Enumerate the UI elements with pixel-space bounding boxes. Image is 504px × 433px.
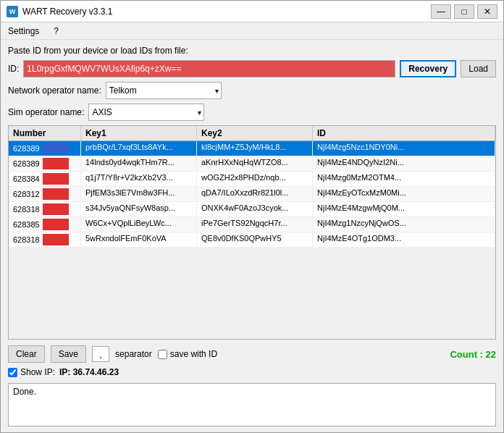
separator-box: , xyxy=(92,346,109,362)
window-controls: — □ ✕ xyxy=(431,4,497,19)
data-table: Number Key1 Key2 ID 628389 prbBQr/L7xqf3… xyxy=(8,125,496,340)
cell-key2: QE8v0DfKS0QPwHY5 xyxy=(197,232,313,247)
table-body[interactable]: 628389 prbBQr/L7xqf3Lts8AYk... kl8cjMM+Z… xyxy=(9,141,495,339)
maximize-button[interactable]: □ xyxy=(454,4,474,19)
log-box: Done. xyxy=(8,383,496,426)
cell-number: 628389 xyxy=(9,156,81,171)
sim-operator-select-wrapper: AXIS Telkomsel Indosat XL Tri xyxy=(88,104,204,121)
table-row[interactable]: 628389 prbBQr/L7xqf3Lts8AYk... kl8cjMM+Z… xyxy=(9,141,495,156)
save-with-id-checkbox[interactable] xyxy=(158,350,167,359)
recovery-button[interactable]: Recovery xyxy=(400,60,456,77)
id-input[interactable] xyxy=(23,60,395,77)
cell-key2: ONXK4wF0AzoJ3cyok... xyxy=(197,202,313,216)
ip-value: IP: 36.74.46.23 xyxy=(59,367,119,377)
window-title: WART Recovery v3.3.1 xyxy=(22,7,431,17)
color-block xyxy=(43,203,69,215)
color-block xyxy=(43,143,69,154)
log-text: Done. xyxy=(13,387,36,397)
color-block xyxy=(43,234,69,245)
cell-id: NjI4MzE4MzgwMjQ0M... xyxy=(313,202,495,216)
table-row[interactable]: 628312 PjfEM3s3lE7Vm8w3FH... qDA7/ILoXxz… xyxy=(9,187,495,202)
network-operator-select[interactable]: Telkom Indosat XL Tri Smartfren xyxy=(106,82,222,99)
clear-button[interactable]: Clear xyxy=(8,345,45,363)
network-operator-select-wrapper: Telkom Indosat XL Tri Smartfren xyxy=(106,82,222,99)
title-bar: W WART Recovery v3.3.1 — □ ✕ xyxy=(1,1,503,22)
table-row[interactable]: 628318 5wRxndolFEmF0KoVA QE8v0DfKS0QPwHY… xyxy=(9,232,495,248)
app-icon: W xyxy=(7,6,18,17)
minimize-button[interactable]: — xyxy=(431,4,451,19)
col-key2-header: Key2 xyxy=(197,126,313,140)
color-block xyxy=(43,219,69,230)
cell-number: 628385 xyxy=(9,217,81,232)
id-label: ID: xyxy=(8,64,19,74)
show-ip-checkbox[interactable] xyxy=(8,368,17,377)
table-row[interactable]: 628389 14lnds0yd4wqkTHm7R... aKnrHXxNqHq… xyxy=(9,156,495,172)
settings-menu[interactable]: Settings xyxy=(5,25,42,38)
help-menu[interactable]: ? xyxy=(51,25,62,38)
cell-id: NjI4Mzg0MzM2OTM4... xyxy=(313,172,495,186)
cell-id: NjI4MzE4OTg1ODM3... xyxy=(313,232,495,247)
cell-id: NjI4MzE4NDQyNzI2Ni... xyxy=(313,156,495,171)
cell-number: 628318 xyxy=(9,232,81,247)
sim-operator-select[interactable]: AXIS Telkomsel Indosat XL Tri xyxy=(88,104,204,121)
cell-key1: PjfEM3s3lE7Vm8w3FH... xyxy=(81,187,197,201)
show-ip-group: Show IP: xyxy=(8,367,55,377)
main-window: W WART Recovery v3.3.1 — □ ✕ Settings ? … xyxy=(0,0,504,433)
table-header: Number Key1 Key2 ID xyxy=(9,126,495,141)
main-content: Paste ID from your device or load IDs fr… xyxy=(1,40,503,432)
col-key1-header: Key1 xyxy=(81,126,197,140)
cell-number: 628312 xyxy=(9,187,81,201)
col-number-header: Number xyxy=(9,126,81,140)
close-button[interactable]: ✕ xyxy=(477,4,497,19)
cell-key2: iPe7GerTS92NgqcH7r... xyxy=(197,217,313,232)
cell-key1: 5wRxndolFEmF0KoVA xyxy=(81,232,197,247)
cell-number: 628318 xyxy=(9,202,81,216)
count-label: Count : 22 xyxy=(450,349,496,360)
table-row[interactable]: 628384 q1j7T/Y8r+V2kzXb2V3... wOGZH2x8PH… xyxy=(9,172,495,187)
cell-key2: aKnrHXxNqHqWTZO8... xyxy=(197,156,313,171)
id-row: ID: Recovery Load xyxy=(8,60,496,77)
save-with-id-group: save with ID xyxy=(158,349,217,359)
network-operator-label: Network operator name: xyxy=(8,85,101,96)
cell-key1: prbBQr/L7xqf3Lts8AYk... xyxy=(81,141,197,156)
load-button[interactable]: Load xyxy=(461,60,496,77)
cell-id: NjI4Mzg1NzcyNjQwOS... xyxy=(313,217,495,232)
cell-key1: q1j7T/Y8r+V2kzXb2V3... xyxy=(81,172,197,186)
menu-bar: Settings ? xyxy=(1,22,503,40)
show-ip-label: Show IP: xyxy=(20,367,55,377)
color-block xyxy=(43,173,69,185)
color-block xyxy=(43,158,69,169)
cell-key1: 14lnds0yd4wqkTHm7R... xyxy=(81,156,197,171)
cell-id: NjI4MzEyOTcxMzM0Mi... xyxy=(313,187,495,201)
cell-key1: W6Cx+VQplLiBeyLWc... xyxy=(81,217,197,232)
cell-key1: s34Jv5yaQNFsyW8asp... xyxy=(81,202,197,216)
cell-key2: wOGZH2x8PHDz/nqb... xyxy=(197,172,313,186)
col-id-header: ID xyxy=(313,126,495,140)
cell-key2: qDA7/ILoXxzdRr821l0l... xyxy=(197,187,313,201)
color-block xyxy=(43,188,69,200)
save-with-id-label: save with ID xyxy=(170,349,217,359)
table-row[interactable]: 628318 s34Jv5yaQNFsyW8asp... ONXK4wF0Azo… xyxy=(9,202,495,217)
cell-key2: kl8cjMM+Z5JyM/HkL8... xyxy=(197,141,313,156)
sim-operator-row: Sim operator name: AXIS Telkomsel Indosa… xyxy=(8,104,496,121)
id-section-label: Paste ID from your device or load IDs fr… xyxy=(8,46,496,56)
sim-operator-label: Sim operator name: xyxy=(8,107,84,117)
network-operator-row: Network operator name: Telkom Indosat XL… xyxy=(8,82,496,99)
separator-label: separator xyxy=(115,349,152,359)
ip-row: Show IP: IP: 36.74.46.23 xyxy=(8,367,496,377)
table-row[interactable]: 628385 W6Cx+VQplLiBeyLWc... iPe7GerTS92N… xyxy=(9,217,495,232)
cell-id: NjI4Mzg5Nzc1NDY0Ni... xyxy=(313,141,495,156)
bottom-controls: Clear Save , separator save with ID Coun… xyxy=(8,345,496,363)
cell-number: 628384 xyxy=(9,172,81,186)
save-button[interactable]: Save xyxy=(51,345,86,363)
cell-number: 628389 xyxy=(9,141,81,156)
